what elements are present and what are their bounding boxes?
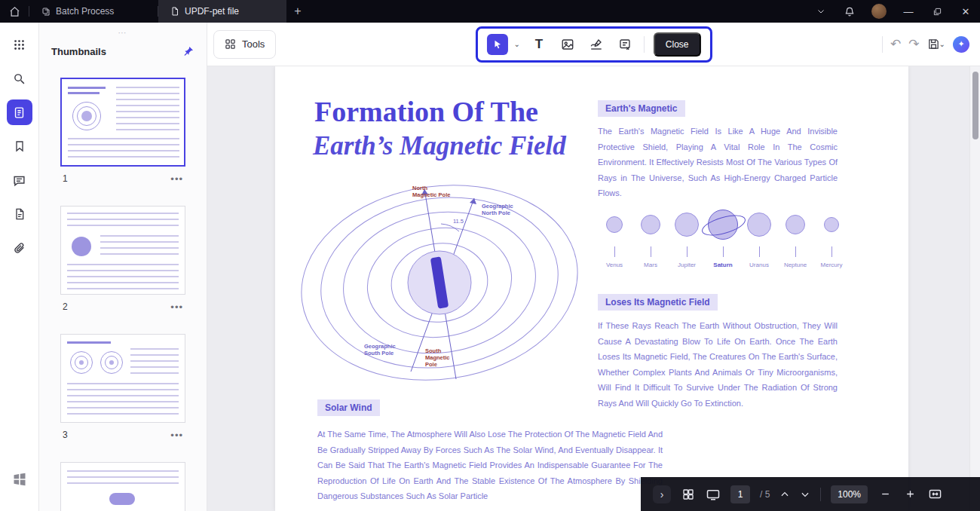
thumbnail-page-1[interactable]: 1 ••• <box>60 78 185 191</box>
panel-title: Thumbnails <box>51 46 106 57</box>
close-window-button[interactable]: ✕ <box>951 0 980 23</box>
thumbnail-page-2[interactable]: 2 ••• <box>60 206 185 319</box>
page-total-label: / 5 <box>760 489 770 500</box>
section2-paragraph: If These Rays Reach The Earth Without Ob… <box>598 318 838 411</box>
tools-button[interactable]: Tools <box>213 30 276 59</box>
tab-updf-pet-file[interactable]: UPDF-pet file <box>158 0 286 23</box>
page-number-input[interactable]: 1 <box>730 485 750 503</box>
save-button[interactable]: ⌄ <box>927 38 945 50</box>
thumbnail-list: 1 ••• 2 ••• <box>39 62 207 511</box>
planet-jupiter: Jupiter <box>670 207 703 268</box>
zoom-in-icon[interactable] <box>902 487 917 502</box>
saturn-circle <box>708 210 738 240</box>
panel-drag-handle[interactable]: ⋯ <box>118 28 128 38</box>
thumbnail-preview[interactable] <box>60 334 185 423</box>
redo-icon[interactable]: ↷ <box>908 36 919 52</box>
cursor-icon <box>492 39 502 50</box>
titlebar: Batch Process UPDF-pet file + — ✕ <box>0 0 980 23</box>
minimize-button[interactable]: — <box>894 0 923 23</box>
page-menu-icon[interactable]: ••• <box>170 301 183 313</box>
collapse-bar-icon[interactable]: › <box>653 485 671 503</box>
magnetic-field-diagram: North Magnetic Pole Geographic North Pol… <box>299 185 580 397</box>
new-tab-button[interactable]: + <box>286 0 309 23</box>
vertical-scrollbar[interactable] <box>969 66 980 511</box>
thumbnail-preview[interactable] <box>60 462 185 511</box>
planet-venus: Venus <box>598 207 631 268</box>
user-avatar[interactable] <box>871 4 887 19</box>
north-magnetic-pole-label: North Magnetic Pole <box>412 185 450 198</box>
document-title-line1: Formation Of The <box>314 95 538 128</box>
windows-panes-icon[interactable] <box>7 467 32 492</box>
home-icon[interactable] <box>0 0 29 23</box>
document-area: Formation Of The Earth’s Magnetic Field <box>207 66 980 511</box>
close-tool-mode-button[interactable]: Close <box>654 32 701 57</box>
batch-icon <box>41 7 51 16</box>
notifications-bell-icon[interactable] <box>835 0 864 23</box>
section1-paragraph: The Earth's Magnetic Field Is Like A Hug… <box>598 124 838 201</box>
planet-mercury: Mercury <box>815 207 848 268</box>
jupiter-circle <box>675 213 699 237</box>
planet-uranus: Uranus <box>743 207 776 268</box>
section1-heading-box: Earth's Magnetic <box>598 100 685 117</box>
page-menu-icon[interactable]: ••• <box>170 430 183 441</box>
thumbnail-page-4[interactable]: 4 ••• <box>60 462 185 511</box>
reading-mode-icon[interactable] <box>706 487 721 502</box>
select-tool-button[interactable] <box>486 34 507 55</box>
page-number: 1 <box>63 173 68 184</box>
stamp-tool-button[interactable] <box>615 35 635 54</box>
thumbnail-page-3[interactable]: 3 ••• <box>60 334 185 447</box>
apps-grid-icon[interactable] <box>7 32 32 57</box>
signature-tool-button[interactable] <box>586 35 606 54</box>
save-icon <box>927 38 940 50</box>
pin-icon[interactable] <box>182 45 194 57</box>
thumbnail-meta: 1 ••• <box>60 167 185 191</box>
planets-row: Venus Mars Jupiter S <box>598 207 848 268</box>
planet-label: Neptune <box>784 262 807 268</box>
thumbnails-panel: ⋯ Thumbnails 1 ••• <box>39 23 207 511</box>
previous-page-icon[interactable] <box>779 489 790 500</box>
geographic-north-pole-label: Geographic North Pole <box>482 203 513 216</box>
bookmarks-icon[interactable] <box>7 133 32 159</box>
tools-label: Tools <box>242 38 265 50</box>
pdf-page: Formation Of The Earth’s Magnetic Field <box>275 66 908 511</box>
scrollbar-thumb[interactable] <box>972 72 978 139</box>
planet-label: Saturn <box>713 262 732 268</box>
page-edit-icon[interactable] <box>7 201 32 227</box>
page-navigation-bar: › 1 / 5 100% <box>641 477 980 511</box>
section3-heading: Solar Wind <box>317 399 380 416</box>
toolbar-right-actions: ↶ ↷ ⌄ ✦ <box>882 36 969 53</box>
search-icon[interactable] <box>7 66 32 91</box>
thumbnails-panel-icon[interactable] <box>7 99 32 125</box>
undo-icon[interactable]: ↶ <box>890 36 901 52</box>
ai-assistant-icon[interactable]: ✦ <box>953 36 969 53</box>
left-icon-rail <box>0 23 39 511</box>
page-menu-icon[interactable]: ••• <box>170 173 183 185</box>
page-number: 3 <box>63 430 68 440</box>
attachments-icon[interactable] <box>7 235 32 261</box>
tab-batch-process[interactable]: Batch Process <box>29 0 158 23</box>
text-tool-button[interactable]: T <box>529 35 549 54</box>
toolbar-divider <box>644 36 645 53</box>
tilt-angle-label: 11.5 <box>453 218 464 225</box>
chevron-down-icon[interactable] <box>807 0 835 23</box>
select-tool-chevron-icon[interactable]: ⌄ <box>513 40 519 48</box>
zoom-out-icon[interactable] <box>877 487 893 502</box>
document-title-line2: Earth’s Magnetic Field <box>313 131 566 161</box>
toolbar-divider <box>882 36 883 53</box>
section2-heading-box: Loses Its Magnetic Field <box>598 294 718 311</box>
zoom-level-control[interactable]: 100% <box>831 485 868 503</box>
venus-circle <box>606 216 623 233</box>
planet-neptune: Neptune <box>779 207 812 268</box>
planet-label: Venus <box>606 262 623 268</box>
uranus-circle <box>747 213 771 237</box>
comments-icon[interactable] <box>7 167 32 193</box>
fit-width-icon[interactable] <box>927 487 942 502</box>
save-chevron-icon[interactable]: ⌄ <box>939 40 945 48</box>
next-page-icon[interactable] <box>800 489 810 500</box>
thumbnail-preview[interactable] <box>60 206 185 295</box>
image-tool-button[interactable] <box>558 35 577 54</box>
thumbnail-preview[interactable] <box>60 78 185 167</box>
maximize-button[interactable] <box>923 0 951 23</box>
neptune-circle <box>786 215 805 234</box>
thumbnail-view-icon[interactable] <box>681 487 696 502</box>
